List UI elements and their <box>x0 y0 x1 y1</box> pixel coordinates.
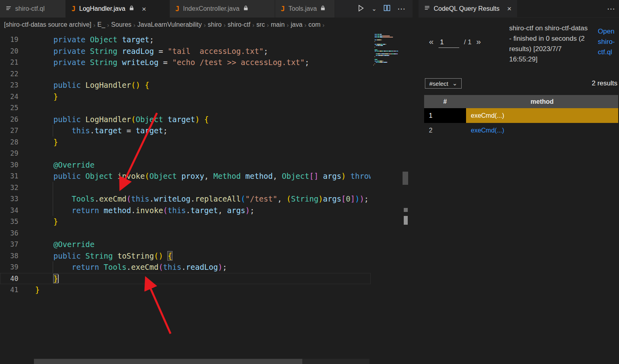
breadcrumb-separator-icon: › <box>267 22 269 28</box>
java-file-icon: J <box>71 5 75 13</box>
breadcrumb-item[interactable]: [shiro-ctf-datas source archive] <box>4 21 91 28</box>
breadcrumb-separator-icon: › <box>252 22 254 28</box>
code-line: public Object invoke(Object proxy, Metho… <box>0 170 371 182</box>
next-page-button[interactable]: » <box>476 37 481 46</box>
open-query-link[interactable]: Open shiro-ctf.ql <box>598 26 619 57</box>
code-line: @Override <box>0 159 371 171</box>
lock-icon <box>243 5 248 13</box>
code-line: } <box>0 284 371 296</box>
tab-loghandler-java[interactable]: J LogHandler.java × <box>66 0 170 18</box>
breadcrumb: [shiro-ctf-datas source archive]›E_›Sour… <box>0 18 413 32</box>
breadcrumb-separator-icon: › <box>224 22 226 28</box>
code-line: private String readLog = "tail accessLog… <box>0 46 371 57</box>
result-method-link[interactable]: exeCmd(...) <box>471 112 504 119</box>
page-number-input[interactable] <box>438 38 459 48</box>
breadcrumb-item[interactable]: com <box>308 21 320 28</box>
overview-ruler-marker <box>404 216 408 225</box>
code-line: } <box>0 136 371 148</box>
breadcrumb-separator-icon: › <box>93 22 95 28</box>
code-line: public String toString() { <box>0 250 371 262</box>
breadcrumb-separator-icon: › <box>287 22 289 28</box>
editor-actions: ⌄ ⋯ <box>350 0 413 18</box>
tab-label: shiro-ctf.ql <box>15 5 45 12</box>
result-method-cell: exeCmd(...) <box>466 108 618 123</box>
code-line: private String writeLog = "echo /test >>… <box>0 57 371 68</box>
tab-shiro-ctf-ql[interactable]: shiro-ctf.ql <box>0 0 66 18</box>
panel-tab-bar: CodeQL Query Results × ⋯ <box>419 0 619 18</box>
code-line: return method.invoke(this.target, args); <box>0 205 371 216</box>
code-line: Tools.exeCmd(this.writeLog.replaceAll("/… <box>0 193 371 205</box>
tab-tools-java[interactable]: J Tools.java <box>275 0 335 18</box>
result-method-link[interactable]: exeCmd(...) <box>471 127 504 134</box>
indent-guide <box>53 125 53 136</box>
breadcrumb-item[interactable]: Soures <box>111 21 131 28</box>
query-status-text: shiro-ctf on shiro-ctf-datas - finished … <box>509 23 589 65</box>
select-column-dropdown[interactable]: #select ⌄ <box>425 78 462 89</box>
lock-icon <box>129 5 134 13</box>
results-table-header: # method <box>424 95 618 108</box>
breadcrumb-separator-icon: › <box>204 22 206 28</box>
breadcrumb-item[interactable]: E_ <box>97 21 105 28</box>
java-file-icon: J <box>175 5 179 13</box>
indent-guide <box>53 261 53 273</box>
more-actions-icon[interactable]: ⋯ <box>397 4 405 14</box>
code-line: public LogHandler() { <box>0 79 371 91</box>
horizontal-scrollbar-thumb[interactable] <box>34 359 302 364</box>
code-line: private Object target; <box>0 34 371 46</box>
minimap[interactable] <box>373 34 403 66</box>
breadcrumb-item[interactable]: main <box>271 21 285 28</box>
chevron-down-icon: ⌄ <box>452 80 458 87</box>
close-tab-icon[interactable]: × <box>142 5 146 13</box>
code-line <box>0 148 371 159</box>
breadcrumb-separator-icon: › <box>304 22 306 28</box>
tab-label: Tools.java <box>288 5 317 12</box>
vertical-scrollbar[interactable] <box>403 172 408 185</box>
editor-pane: shiro-ctf.ql J LogHandler.java × J Index… <box>0 0 413 364</box>
code-line <box>0 102 371 114</box>
tab-codeql-query-results[interactable]: CodeQL Query Results × <box>419 0 517 17</box>
split-editor-icon[interactable] <box>383 4 391 13</box>
breadcrumb-item[interactable]: src <box>256 21 265 28</box>
result-method-cell: exeCmd(...) <box>466 123 618 138</box>
tab-indexcontroller-java[interactable]: J IndexController.java <box>170 0 275 18</box>
lock-icon <box>320 5 325 13</box>
results-table: # method 1exeCmd(...)2exeCmd(...) <box>424 95 618 138</box>
breadcrumb-item[interactable]: JavaLearnVulnerability <box>137 21 202 28</box>
panel-tab-label: CodeQL Query Results <box>434 5 500 12</box>
editor-tab-bar: shiro-ctf.ql J LogHandler.java × J Index… <box>0 0 413 18</box>
select-label: #select <box>429 80 448 87</box>
run-dropdown-icon[interactable]: ⌄ <box>371 5 377 12</box>
code-lines: private Object target; private String re… <box>0 34 371 296</box>
ql-file-icon <box>6 5 12 13</box>
page-total-label: / 1 <box>464 38 472 46</box>
results-pagination: « / 1 » <box>429 37 481 48</box>
code-editor[interactable]: 1920212223242526272829303132333435363738… <box>0 32 413 364</box>
select-row: #select ⌄ 2 results <box>425 78 617 89</box>
java-file-icon: J <box>281 5 285 13</box>
panel-more-actions-icon[interactable]: ⋯ <box>607 0 615 18</box>
close-panel-icon[interactable]: × <box>507 4 512 13</box>
query-results-icon <box>424 5 430 12</box>
breadcrumb-item[interactable]: shiro-ctf <box>228 21 250 28</box>
code-line <box>0 182 371 194</box>
overview-ruler-marker <box>404 208 408 212</box>
results-count: 2 results <box>592 79 617 87</box>
panel-content: « / 1 » shiro-ctf on shiro-ctf-datas - f… <box>419 18 619 364</box>
run-button[interactable] <box>357 4 365 14</box>
result-row[interactable]: 1exeCmd(...) <box>424 108 618 123</box>
code-line: return Tools.exeCmd(this.readLog); <box>0 261 371 273</box>
breadcrumb-item[interactable]: java <box>291 21 302 28</box>
breadcrumb-item[interactable]: shiro <box>208 21 222 28</box>
prev-page-button[interactable]: « <box>429 37 434 46</box>
result-row[interactable]: 2exeCmd(...) <box>424 123 618 138</box>
code-line: this.target = target; <box>0 125 371 136</box>
horizontal-scrollbar[interactable] <box>34 359 369 364</box>
codeql-results-panel: CodeQL Query Results × ⋯ « / 1 » shiro-c… <box>419 0 619 364</box>
code-line <box>0 228 371 239</box>
vscode-window: { "icons": { "java_badge": "J", "close":… <box>0 0 619 364</box>
column-header-method: method <box>466 98 618 105</box>
breadcrumb-separator-icon: › <box>133 22 135 28</box>
code-line: } <box>0 91 371 103</box>
code-line: } <box>0 273 371 285</box>
indent-guide <box>53 182 53 216</box>
